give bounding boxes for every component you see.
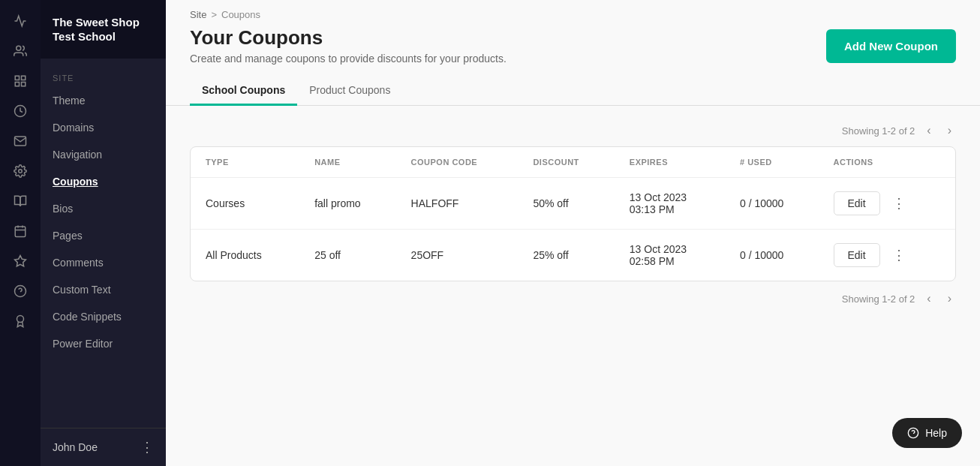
svg-point-14: [17, 316, 24, 323]
sidebar-item-label: Code Snippets: [53, 311, 122, 323]
cell-discount: 50% off: [518, 178, 614, 230]
cell-type: Courses: [191, 178, 299, 230]
cell-type: All Products: [191, 230, 299, 281]
tab-school-coupons[interactable]: School Coupons: [190, 77, 297, 106]
sidebar-item-domains[interactable]: Domains: [41, 114, 166, 141]
sidebar-right: The Sweet Shop Test School SITE Theme Do…: [41, 0, 166, 466]
breadcrumb-site[interactable]: Site: [190, 9, 206, 20]
table-header-row: TYPE NAME COUPON CODE DISCOUNT EXPIRES #…: [191, 147, 955, 178]
analytics-icon[interactable]: [7, 8, 34, 35]
sidebar-item-label: Coupons: [53, 176, 98, 188]
bottom-showing-label: Showing 1-2 of 2: [842, 293, 915, 305]
bottom-prev-page-button[interactable]: ‹: [922, 290, 935, 307]
table-row: Courses fall promo HALFOFF 50% off 13 Oc…: [191, 178, 955, 230]
prev-page-button[interactable]: ‹: [922, 122, 935, 139]
calendar-icon[interactable]: [7, 218, 34, 245]
help-button[interactable]: Help: [892, 418, 962, 448]
svg-rect-7: [15, 227, 26, 237]
svg-point-0: [17, 46, 21, 50]
col-actions: ACTIONS: [819, 147, 956, 178]
sidebar-item-label: Pages: [53, 230, 83, 242]
help-circle-icon: [907, 427, 919, 439]
svg-rect-2: [22, 76, 26, 80]
sidebar-footer[interactable]: John Doe ⋮: [41, 428, 166, 466]
sidebar-item-bios[interactable]: Bios: [41, 195, 166, 222]
sidebar-item-label: Navigation: [53, 149, 102, 161]
cell-actions: Edit ⋮: [819, 230, 956, 281]
svg-point-6: [19, 170, 23, 173]
table-row: All Products 25 off 25OFF 25% off 13 Oct…: [191, 230, 955, 281]
page-title-area: Your Coupons Create and manage coupons t…: [190, 26, 507, 65]
tabs: School Coupons Product Coupons: [166, 77, 980, 106]
cell-coupon-code: 25OFF: [396, 230, 519, 281]
cell-name: fall promo: [299, 178, 395, 230]
svg-rect-3: [15, 83, 19, 86]
sidebar-item-theme[interactable]: Theme: [41, 87, 166, 114]
svg-marker-11: [15, 256, 26, 266]
page-subtitle: Create and manage coupons to provide dis…: [190, 53, 507, 65]
more-options-button[interactable]: ⋮: [886, 244, 912, 266]
sidebar-item-label: Theme: [53, 95, 86, 107]
cell-expires: 13 Oct 202302:58 PM: [615, 230, 725, 281]
footer-more-icon[interactable]: ⋮: [140, 439, 154, 455]
sidebar-item-pages[interactable]: Pages: [41, 222, 166, 249]
cell-coupon-code: HALFOFF: [396, 178, 519, 230]
sidebar-nav: SITE Theme Domains Navigation Coupons Bi…: [41, 59, 166, 428]
cell-name: 25 off: [299, 230, 395, 281]
cell-used: 0 / 10000: [725, 230, 819, 281]
page-header: Your Coupons Create and manage coupons t…: [166, 23, 980, 77]
table-bottom-info: Showing 1-2 of 2 ‹ ›: [190, 281, 956, 307]
next-page-button[interactable]: ›: [943, 122, 956, 139]
cell-expires: 13 Oct 202303:13 PM: [615, 178, 725, 230]
more-options-button[interactable]: ⋮: [886, 192, 912, 215]
breadcrumb: Site > Coupons: [166, 0, 980, 23]
sidebar-section-label: SITE: [41, 65, 166, 87]
svg-rect-4: [22, 83, 26, 86]
col-expires: EXPIRES: [615, 147, 725, 178]
integrations-icon[interactable]: [7, 248, 34, 275]
support-icon[interactable]: [7, 278, 34, 305]
sidebar-item-label: Power Editor: [53, 338, 113, 350]
add-coupon-button[interactable]: Add New Coupon: [826, 29, 956, 63]
sidebar-left: [0, 0, 41, 466]
sidebar-item-power-editor[interactable]: Power Editor: [41, 330, 166, 357]
sidebar-item-navigation[interactable]: Navigation: [41, 141, 166, 168]
coupons-table: TYPE NAME COUPON CODE DISCOUNT EXPIRES #…: [191, 147, 955, 281]
coupons-table-container: TYPE NAME COUPON CODE DISCOUNT EXPIRES #…: [190, 146, 956, 281]
main-content: Site > Coupons Your Coupons Create and m…: [166, 0, 980, 466]
sidebar-item-code-snippets[interactable]: Code Snippets: [41, 303, 166, 330]
mail-icon[interactable]: [7, 128, 34, 155]
bottom-next-page-button[interactable]: ›: [943, 290, 956, 307]
sidebar-item-coupons[interactable]: Coupons: [41, 168, 166, 195]
edit-button[interactable]: Edit: [834, 191, 880, 215]
sidebar-item-label: Domains: [53, 122, 94, 134]
sidebar-item-label: Bios: [53, 203, 73, 215]
footer-username: John Doe: [53, 441, 98, 453]
edit-button[interactable]: Edit: [834, 243, 880, 267]
dashboard-icon[interactable]: [7, 68, 34, 95]
sidebar-item-label: Custom Text: [53, 284, 111, 296]
tab-product-coupons[interactable]: Product Coupons: [297, 77, 402, 106]
cell-actions: Edit ⋮: [819, 178, 956, 230]
revenue-icon[interactable]: [7, 98, 34, 125]
certificate-icon[interactable]: [7, 308, 34, 335]
showing-label: Showing 1-2 of 2: [842, 125, 915, 137]
col-type: TYPE: [191, 147, 299, 178]
app-logo: The Sweet Shop Test School: [41, 0, 166, 59]
cell-used: 0 / 10000: [725, 178, 819, 230]
settings-icon[interactable]: [7, 158, 34, 185]
cell-discount: 25% off: [518, 230, 614, 281]
content-area: Showing 1-2 of 2 ‹ › TYPE NAME COUPON CO…: [166, 106, 980, 466]
table-top-info: Showing 1-2 of 2 ‹ ›: [190, 118, 956, 146]
col-discount: DISCOUNT: [518, 147, 614, 178]
page-title: Your Coupons: [190, 26, 507, 50]
sidebar-item-comments[interactable]: Comments: [41, 249, 166, 276]
breadcrumb-separator: >: [211, 9, 217, 20]
users-icon[interactable]: [7, 38, 34, 65]
col-coupon-code: COUPON CODE: [396, 147, 519, 178]
col-name: NAME: [299, 147, 395, 178]
library-icon[interactable]: [7, 188, 34, 215]
col-used: # USED: [725, 147, 819, 178]
sidebar-item-label: Comments: [53, 257, 104, 269]
sidebar-item-custom-text[interactable]: Custom Text: [41, 276, 166, 303]
